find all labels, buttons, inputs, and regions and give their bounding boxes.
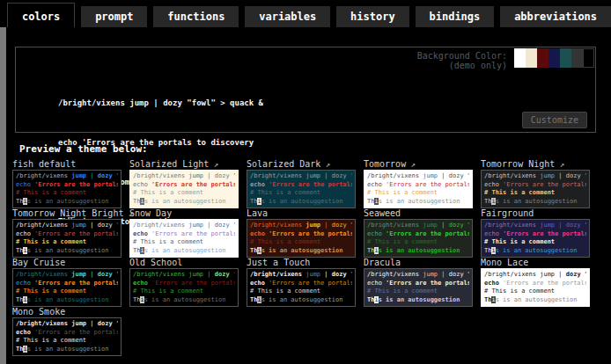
- theme-name: Tomorrow Night Bright: [12, 208, 123, 218]
- theme-sample-line: This is an autosuggestion: [133, 296, 235, 305]
- theme-name: Mono Lace: [481, 258, 528, 267]
- theme-title: Tomorrow ↗: [364, 159, 473, 170]
- page-left-edge: [0, 9, 6, 364]
- theme-sample-line: This is an autosuggestion: [484, 247, 586, 256]
- theme-title: Mono Lace: [481, 258, 590, 268]
- theme-sample-line: This is an autosuggestion: [484, 296, 586, 305]
- theme-sample-line: echo 'Errors are the portals: [484, 280, 586, 288]
- tab-history[interactable]: history: [336, 6, 409, 27]
- external-link-icon[interactable]: ↗: [406, 160, 416, 169]
- tab-functions[interactable]: functions: [153, 6, 239, 27]
- theme-sample-line: echo 'Errors are the portals: [16, 329, 118, 338]
- background-color-picker: Background Color: (demo only): [417, 48, 594, 70]
- theme-sample-line: echo 'Errors are the portals: [367, 280, 469, 288]
- theme-sample-line: # This is a comment: [16, 288, 118, 296]
- theme-sample-line: This is an autosuggestion: [16, 247, 118, 256]
- theme-sample-line: # This is a comment: [133, 288, 235, 296]
- theme-title: Solarized Dark ↗: [247, 159, 356, 170]
- theme-sample-line: This is an autosuggestion: [16, 198, 118, 207]
- tab-bindings[interactable]: bindings: [416, 6, 495, 27]
- theme-sample-line: /bright/vixens jump | dozy ": [250, 172, 352, 181]
- theme-sample-line: echo 'Errors are the portals: [484, 230, 586, 239]
- theme-preview-card[interactable]: /bright/vixens jump | dozy "echo 'Errors…: [129, 170, 239, 208]
- tab-bar: colors prompt functions variables histor…: [0, 0, 611, 27]
- theme-preview-card[interactable]: /bright/vixens jump | dozy "echo 'Errors…: [129, 268, 239, 307]
- theme-preview-card[interactable]: /bright/vixens jump | dozy "echo 'Errors…: [247, 170, 356, 208]
- theme-cell: Mono Smoke /bright/vixens jump | dozy "e…: [12, 307, 121, 356]
- theme-title: Old School: [129, 258, 239, 268]
- theme-preview-card[interactable]: /bright/vixens jump | dozy "echo 'Errors…: [247, 219, 356, 258]
- background-swatch[interactable]: [537, 48, 548, 68]
- external-link-icon[interactable]: ↗: [209, 160, 218, 169]
- theme-title: Lava: [247, 208, 356, 219]
- theme-cell: Tomorrow ↗ /bright/vixens jump | dozy "e…: [364, 159, 473, 208]
- theme-sample-line: This is an autosuggestion: [250, 247, 352, 256]
- background-swatch[interactable]: [526, 48, 537, 68]
- theme-cell: Just a Touch /bright/vixens jump | dozy …: [247, 258, 356, 307]
- theme-sample-line: /bright/vixens jump | dozy ": [484, 172, 586, 181]
- theme-sample-line: # This is a comment: [367, 189, 469, 198]
- theme-cell: Tomorrow Night ↗ /bright/vixens jump | d…: [481, 159, 590, 208]
- theme-sample-line: echo 'Errors are the portals: [250, 181, 352, 190]
- theme-sample-line: /bright/vixens jump | dozy ": [367, 172, 469, 181]
- theme-preview-card[interactable]: /bright/vixens jump | dozy "echo 'Errors…: [12, 317, 121, 356]
- theme-cell: fish default /bright/vixens jump | dozy …: [12, 159, 121, 208]
- tab-variables[interactable]: variables: [245, 6, 330, 27]
- terminal-preview-box: Background Color: (demo only) /bright/vi…: [15, 47, 596, 133]
- theme-preview-card[interactable]: /bright/vixens jump | dozy "echo 'Errors…: [481, 219, 590, 258]
- theme-sample-line: echo 'Errors are the portals: [133, 181, 235, 190]
- theme-preview-card[interactable]: /bright/vixens jump | dozy "echo 'Errors…: [364, 268, 473, 307]
- theme-sample-line: # This is a comment: [250, 288, 352, 296]
- theme-sample-line: /bright/vixens jump | dozy ": [367, 222, 469, 230]
- theme-cell: Tomorrow Night Bright ↗ /bright/vixens j…: [12, 208, 121, 258]
- theme-sample-line: /bright/vixens jump | dozy ": [367, 271, 469, 280]
- theme-preview-card[interactable]: /bright/vixens jump | dozy "echo 'Errors…: [12, 170, 121, 208]
- external-link-icon[interactable]: ↗: [555, 160, 564, 169]
- tab-prompt[interactable]: prompt: [81, 6, 147, 27]
- theme-sample-line: # This is a comment: [250, 238, 352, 247]
- theme-sample-line: # This is a comment: [16, 337, 118, 346]
- background-swatch[interactable]: [583, 48, 594, 68]
- theme-cell: Solarized Light ↗ /bright/vixens jump | …: [129, 159, 239, 208]
- background-color-label: Background Color: (demo only): [417, 48, 507, 70]
- theme-sample-line: /bright/vixens jump | dozy ": [16, 320, 118, 329]
- theme-preview-card[interactable]: /bright/vixens jump | dozy "echo 'Errors…: [12, 268, 121, 307]
- theme-title: Bay Cruise: [12, 258, 121, 268]
- themes-heading: Preview a theme below:: [19, 143, 148, 155]
- theme-name: Snow Day: [129, 208, 172, 218]
- theme-sample-line: /bright/vixens jump | dozy ": [16, 172, 118, 181]
- theme-sample-line: echo 'Errors are the portals: [367, 181, 469, 190]
- external-link-icon[interactable]: ↗: [320, 160, 330, 169]
- theme-preview-card[interactable]: /bright/vixens jump | dozy "echo 'Errors…: [364, 219, 473, 258]
- theme-sample-line: This is an autosuggestion: [133, 198, 235, 207]
- theme-preview-card[interactable]: /bright/vixens jump | dozy "echo 'Errors…: [481, 170, 590, 208]
- theme-name: Solarized Light: [129, 159, 209, 169]
- theme-preview-card[interactable]: /bright/vixens jump | dozy "echo 'Errors…: [12, 219, 121, 258]
- theme-preview-card[interactable]: /bright/vixens jump | dozy "echo 'Errors…: [364, 170, 473, 208]
- theme-sample-line: echo 'Errors are the portals: [133, 230, 235, 239]
- theme-grid: fish default /bright/vixens jump | dozy …: [12, 159, 590, 356]
- customize-button[interactable]: Customize: [522, 112, 587, 128]
- background-swatch[interactable]: [571, 48, 583, 68]
- theme-preview-card[interactable]: /bright/vixens jump | dozy "echo 'Errors…: [247, 268, 356, 307]
- background-swatch[interactable]: [560, 48, 571, 68]
- theme-sample-line: This is an autosuggestion: [16, 346, 118, 354]
- background-swatch[interactable]: [514, 48, 526, 68]
- tab-colors[interactable]: colors: [7, 3, 75, 27]
- theme-preview-card[interactable]: /bright/vixens jump | dozy "echo 'Errors…: [129, 219, 239, 258]
- theme-sample-line: /bright/vixens jump | dozy ": [133, 172, 235, 181]
- background-swatch[interactable]: [548, 48, 560, 68]
- theme-name: Mono Smoke: [12, 307, 65, 317]
- theme-sample-line: echo 'Errors are the portals: [250, 280, 352, 288]
- theme-name: Dracula: [364, 258, 401, 267]
- theme-sample-line: # This is a comment: [133, 238, 235, 247]
- theme-sample-line: echo 'Errors are the portals: [250, 230, 352, 239]
- theme-title: Seaweed: [364, 208, 473, 219]
- theme-sample-line: /bright/vixens jump | dozy ": [250, 271, 352, 280]
- theme-cell: Seaweed /bright/vixens jump | dozy "echo…: [364, 208, 473, 258]
- tab-abbreviations[interactable]: abbreviations: [500, 6, 611, 27]
- theme-preview-card[interactable]: /bright/vixens jump | dozy "echo 'Errors…: [481, 268, 590, 307]
- background-swatches: [514, 48, 594, 68]
- theme-title: Solarized Light ↗: [129, 159, 239, 170]
- theme-sample-line: echo 'Errors are the portals: [16, 230, 118, 239]
